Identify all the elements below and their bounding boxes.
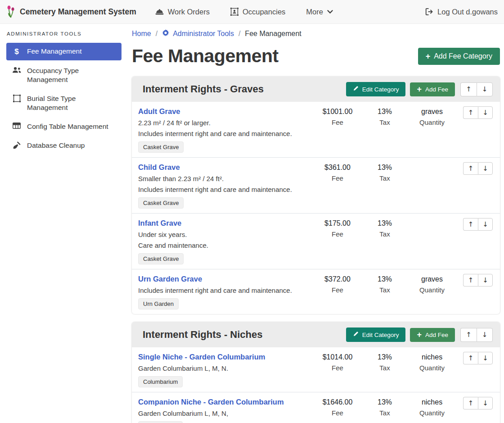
fee-amount: $372.00 bbox=[311, 274, 364, 284]
move-fee-down-button[interactable]: ↓ bbox=[478, 106, 493, 119]
app-brand[interactable]: Cemetery Management System bbox=[6, 5, 136, 18]
nav-work-orders-label: Work Orders bbox=[168, 8, 210, 16]
move-fee-up-button[interactable]: ↑ bbox=[463, 397, 478, 409]
fee-name-link[interactable]: Child Grave bbox=[138, 162, 180, 172]
fee-reorder-controls: ↑ ↓ bbox=[463, 274, 493, 287]
tax-amount: 13% bbox=[364, 274, 405, 284]
add-fee-button[interactable]: + Add Fee bbox=[410, 82, 455, 96]
add-fee-category-button[interactable]: + Add Fee Category bbox=[418, 48, 500, 65]
tax-label: Tax bbox=[364, 286, 405, 294]
fee-description: Includes interment right and care and ma… bbox=[138, 130, 306, 138]
fee-amount: $175.00 bbox=[311, 218, 364, 228]
page-title: Fee Management bbox=[132, 45, 279, 67]
move-fee-up-button[interactable]: ↑ bbox=[463, 162, 478, 175]
nav-occupancies-label: Occupancies bbox=[243, 8, 285, 16]
quantity-label: Quantity bbox=[405, 364, 459, 372]
nav-work-orders[interactable]: Work Orders bbox=[155, 8, 210, 16]
fee-name-link[interactable]: Adult Grave bbox=[138, 106, 180, 116]
fee-type-badge: Casket Grave bbox=[138, 253, 184, 264]
breadcrumb-separator: / bbox=[156, 30, 158, 38]
tax-amount: 13% bbox=[364, 352, 405, 362]
category-title: Interment Rights - Graves bbox=[143, 83, 346, 95]
edit-category-button[interactable]: Edit Category bbox=[346, 327, 406, 342]
fee-type-badge: Casket Grave bbox=[138, 141, 184, 153]
nav-more[interactable]: More bbox=[306, 8, 333, 16]
fee-description: Care and maintenance. bbox=[138, 241, 306, 250]
sidebar-item-label: Config Table Management bbox=[27, 122, 108, 131]
sidebar-item-database-cleanup[interactable]: Database Cleanup bbox=[6, 137, 122, 154]
fee-name-link[interactable]: Companion Niche - Garden Columbarium bbox=[138, 397, 284, 407]
people-icon bbox=[12, 67, 22, 73]
main-content: Home / Administrator Tools / Fee Managem… bbox=[127, 24, 504, 423]
move-fee-down-button[interactable]: ↓ bbox=[478, 397, 493, 409]
fee-reorder-controls: ↑ ↓ bbox=[463, 397, 493, 409]
fee-type-badge: Urn Garden bbox=[138, 298, 179, 309]
logout-button[interactable]: Log Out d.gowans bbox=[425, 8, 498, 16]
move-category-up-button[interactable]: ↑ bbox=[460, 82, 477, 96]
sidebar-item-config-table[interactable]: Config Table Management bbox=[6, 118, 122, 135]
fee-type-badge: Columbarium bbox=[138, 376, 183, 387]
fee-row: Single Niche - Garden Columbarium Garden… bbox=[132, 347, 500, 392]
fee-label: Fee bbox=[311, 364, 364, 372]
move-category-down-button[interactable]: ↓ bbox=[477, 82, 493, 96]
vector-square-icon bbox=[12, 95, 22, 102]
chevron-down-icon bbox=[327, 10, 333, 14]
top-navbar: Cemetery Management System Work Orders bbox=[0, 0, 504, 24]
sidebar-item-occupancy-type[interactable]: Occupancy Type Management bbox=[6, 62, 122, 88]
move-category-up-button[interactable]: ↑ bbox=[460, 328, 477, 342]
dollar-icon: $ bbox=[12, 47, 22, 56]
fee-name-link[interactable]: Urn Garden Grave bbox=[138, 274, 202, 284]
fee-amount: $1014.00 bbox=[311, 352, 364, 362]
fee-category-card: Interment Rights - Niches Edit Category … bbox=[132, 322, 500, 423]
app-title: Cemetery Management System bbox=[20, 7, 136, 17]
fee-amount: $361.00 bbox=[311, 163, 364, 173]
fee-description: 2.23 m² / 24 ft² or larger. bbox=[138, 119, 306, 127]
fee-description: Includes interment right and care and ma… bbox=[138, 287, 306, 295]
nav-links: Work Orders Occupancies More bbox=[155, 8, 333, 16]
breadcrumb-separator: / bbox=[238, 30, 240, 38]
logout-label: Log Out d.gowans bbox=[437, 8, 498, 16]
edit-category-button[interactable]: Edit Category bbox=[346, 82, 406, 96]
quantity-label: Quantity bbox=[405, 286, 459, 294]
move-fee-down-button[interactable]: ↓ bbox=[478, 352, 493, 364]
tulip-logo-icon bbox=[6, 5, 16, 18]
tax-amount: 13% bbox=[364, 397, 405, 407]
fee-row: Urn Garden Grave Includes interment righ… bbox=[132, 269, 500, 314]
category-header: Interment Rights - Graves Edit Category … bbox=[132, 77, 500, 102]
quantity-label: Quantity bbox=[405, 118, 459, 126]
nav-more-label: More bbox=[306, 8, 323, 16]
tax-label: Tax bbox=[364, 230, 405, 238]
fee-type-badge: Casket Grave bbox=[138, 197, 184, 209]
fee-row: Infant Grave Under six years. Care and m… bbox=[132, 213, 500, 269]
breadcrumb-admin-tools-link[interactable]: Administrator Tools bbox=[162, 29, 234, 38]
fee-description: Garden Columbarium L, M, N, bbox=[138, 409, 306, 418]
add-fee-button[interactable]: + Add Fee bbox=[410, 328, 455, 342]
category-reorder-controls: ↑ ↓ bbox=[460, 82, 493, 96]
move-fee-up-button[interactable]: ↑ bbox=[463, 106, 478, 119]
plus-icon: + bbox=[417, 86, 422, 92]
nav-occupancies[interactable]: Occupancies bbox=[230, 8, 285, 16]
tax-label: Tax bbox=[364, 364, 405, 372]
fee-label: Fee bbox=[311, 409, 364, 417]
hard-hat-icon bbox=[155, 9, 164, 15]
sidebar-item-fee-management[interactable]: $ Fee Management bbox=[6, 43, 122, 60]
move-fee-up-button[interactable]: ↑ bbox=[463, 352, 478, 364]
fee-name-link[interactable]: Single Niche - Garden Columbarium bbox=[138, 352, 265, 362]
fee-reorder-controls: ↑ ↓ bbox=[463, 352, 493, 364]
sidebar-item-label: Burial Site Type Management bbox=[27, 94, 116, 112]
move-fee-down-button[interactable]: ↓ bbox=[478, 162, 493, 175]
fee-type-badge: Columbarium bbox=[138, 421, 183, 423]
broom-icon bbox=[12, 141, 22, 149]
fee-amount: $1001.00 bbox=[311, 107, 364, 117]
move-fee-up-button[interactable]: ↑ bbox=[463, 274, 478, 287]
breadcrumb-home-link[interactable]: Home bbox=[132, 30, 151, 38]
sidebar-item-burial-site-type[interactable]: Burial Site Type Management bbox=[6, 90, 122, 116]
move-fee-down-button[interactable]: ↓ bbox=[478, 274, 493, 287]
sidebar-item-label: Fee Management bbox=[27, 47, 82, 56]
fee-name-link[interactable]: Infant Grave bbox=[138, 218, 181, 228]
fee-label: Fee bbox=[311, 118, 364, 126]
fee-label: Fee bbox=[311, 230, 364, 238]
move-fee-down-button[interactable]: ↓ bbox=[478, 218, 493, 231]
move-category-down-button[interactable]: ↓ bbox=[477, 328, 493, 342]
move-fee-up-button[interactable]: ↑ bbox=[463, 218, 478, 231]
